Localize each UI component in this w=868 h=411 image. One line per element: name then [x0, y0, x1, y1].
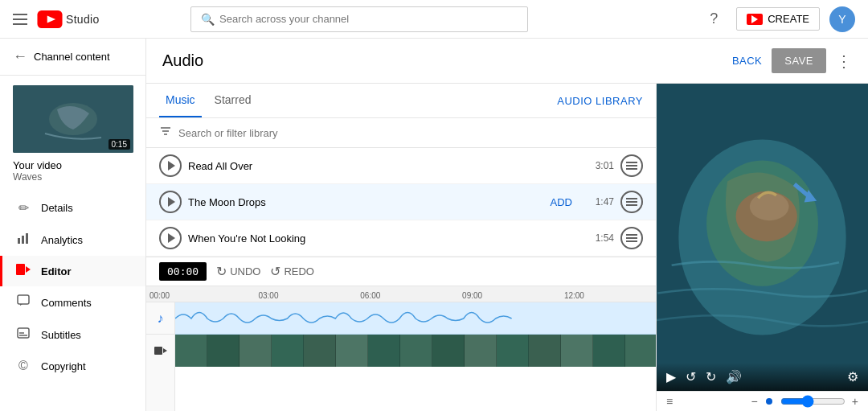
- yt-logo[interactable]: Studio: [37, 10, 100, 28]
- track-row: When You're Not Looking 1:54: [146, 220, 656, 257]
- create-icon: [747, 14, 763, 25]
- library-search: [146, 118, 656, 148]
- zoom-in-button[interactable]: +: [852, 395, 858, 408]
- video-thumbnail[interactable]: 0:15: [13, 85, 133, 153]
- ruler-marker-4: 12:00: [564, 291, 584, 300]
- play-button-2[interactable]: [159, 191, 182, 213]
- audio-title: Audio: [162, 51, 203, 70]
- svg-rect-22: [626, 204, 637, 206]
- audio-header-actions: BACK SAVE ⋮: [732, 48, 852, 73]
- preview-controls: ▶ ↺ ↻ 🔊 ⚙: [657, 363, 868, 391]
- video-frame-cell: [465, 335, 497, 367]
- menu-button[interactable]: [13, 14, 27, 25]
- sidebar-item-editor[interactable]: Editor: [0, 256, 145, 286]
- svg-marker-9: [26, 266, 31, 273]
- preview-panel: ▶ ↺ ↻ 🔊 ⚙ ≡ − +: [657, 84, 868, 411]
- tab-starred[interactable]: Starred: [208, 84, 258, 117]
- video-frame-cell: [529, 335, 561, 367]
- avatar[interactable]: Y: [829, 6, 855, 32]
- main-layout: ← Channel content 0:15 Your video Waves …: [0, 39, 868, 411]
- audio-panel-header: Audio BACK SAVE ⋮: [146, 39, 868, 84]
- video-play-button[interactable]: ▶: [666, 369, 676, 384]
- track-more-button-2[interactable]: [620, 191, 643, 213]
- sidebar-item-details[interactable]: ✏ Details: [0, 192, 145, 224]
- video-track-row[interactable]: // Generate video strip cells inline doc…: [175, 335, 656, 367]
- zoom-slider[interactable]: [780, 395, 845, 408]
- play-button-1[interactable]: [159, 154, 182, 177]
- video-frame-cell: [625, 335, 656, 367]
- svg-rect-19: [626, 168, 637, 170]
- time-display: 00:00: [159, 262, 207, 281]
- copyright-icon: ©: [15, 359, 31, 373]
- video-frame-cell: [304, 335, 336, 367]
- video-subtitle: Waves: [13, 171, 133, 183]
- sidebar-item-analytics[interactable]: Analytics: [0, 224, 145, 256]
- forward-button[interactable]: ↻: [706, 369, 716, 384]
- channel-content-header: ← Channel content: [0, 39, 145, 76]
- svg-rect-23: [626, 234, 637, 236]
- help-button[interactable]: ?: [701, 6, 727, 32]
- video-title: Your video: [13, 159, 133, 171]
- track-list: Read All Over 3:01 The Moon Drops ADD 1:…: [146, 148, 656, 257]
- hamburger-icon[interactable]: ≡: [666, 395, 673, 408]
- save-button[interactable]: SAVE: [772, 48, 826, 73]
- svg-point-41: [750, 192, 789, 220]
- back-button[interactable]: BACK: [732, 55, 762, 67]
- video-frame-cell: [336, 335, 368, 367]
- video-frame-cell: [561, 335, 593, 367]
- sidebar-item-label: Comments: [41, 297, 92, 309]
- duration-badge: 0:15: [108, 139, 130, 150]
- video-frame-cell: [432, 335, 465, 367]
- sidebar-item-label: Analytics: [41, 234, 83, 246]
- audio-library-link[interactable]: AUDIO LIBRARY: [557, 95, 643, 107]
- volume-button[interactable]: 🔊: [726, 369, 742, 384]
- add-track-button[interactable]: ADD: [551, 196, 572, 208]
- subtitles-icon: [15, 327, 31, 343]
- ruler-marker-3: 09:00: [462, 291, 482, 300]
- play-button-3[interactable]: [159, 227, 182, 249]
- settings-button[interactable]: ⚙: [847, 369, 858, 384]
- audio-track-row[interactable]: [175, 302, 656, 335]
- track-more-button-1[interactable]: [620, 154, 643, 177]
- back-arrow-icon[interactable]: ←: [13, 48, 27, 65]
- timeline-toolbar: 00:00 ↻ UNDO ↺ REDO: [146, 257, 656, 286]
- search-bar: 🔍: [190, 6, 528, 32]
- comments-icon: [15, 294, 31, 310]
- audio-track-icon: ♪: [146, 302, 174, 335]
- search-icon: 🔍: [201, 13, 215, 26]
- sidebar-item-label: Details: [41, 202, 73, 214]
- library-search-input[interactable]: [178, 127, 643, 139]
- zoom-dot: [766, 398, 772, 405]
- sidebar: ← Channel content 0:15 Your video Waves …: [0, 39, 146, 411]
- audio-panel: Audio BACK SAVE ⋮ Music Starred AUDIO LI…: [146, 39, 868, 411]
- sidebar-item-copyright[interactable]: © Copyright: [0, 351, 145, 381]
- track-more-button-3[interactable]: [620, 227, 643, 249]
- search-input[interactable]: [219, 13, 518, 25]
- svg-rect-8: [16, 264, 25, 275]
- editor-icon: [15, 264, 31, 278]
- svg-rect-20: [626, 198, 637, 199]
- track-name: Read All Over: [188, 160, 579, 172]
- video-info: Your video Waves: [0, 159, 145, 192]
- sidebar-item-subtitles[interactable]: Subtitles: [0, 319, 145, 351]
- pencil-icon: ✏: [15, 200, 31, 216]
- zoom-out-button[interactable]: −: [751, 395, 757, 408]
- sidebar-item-label: Editor: [41, 265, 72, 277]
- sidebar-item-comments[interactable]: Comments: [0, 286, 145, 319]
- rewind-button[interactable]: ↺: [686, 369, 696, 384]
- undo-button[interactable]: ↻ UNDO: [216, 264, 260, 279]
- ruler-marker-2: 06:00: [360, 291, 380, 300]
- more-options-button[interactable]: ⋮: [836, 51, 852, 71]
- svg-rect-21: [626, 201, 637, 203]
- video-frame-cell: [400, 335, 432, 367]
- sidebar-item-label: Copyright: [41, 360, 86, 372]
- svg-rect-7: [26, 233, 28, 244]
- nav-items: ✏ Details Analytics Editor Comments: [0, 192, 145, 411]
- tab-music[interactable]: Music: [159, 84, 202, 117]
- video-frame-cell: [175, 335, 207, 367]
- redo-button[interactable]: ↺ REDO: [270, 264, 314, 279]
- svg-rect-25: [626, 240, 637, 242]
- library-tabs: Music Starred AUDIO LIBRARY: [146, 84, 656, 118]
- create-button[interactable]: CREATE: [736, 7, 820, 31]
- analytics-icon: [15, 232, 31, 248]
